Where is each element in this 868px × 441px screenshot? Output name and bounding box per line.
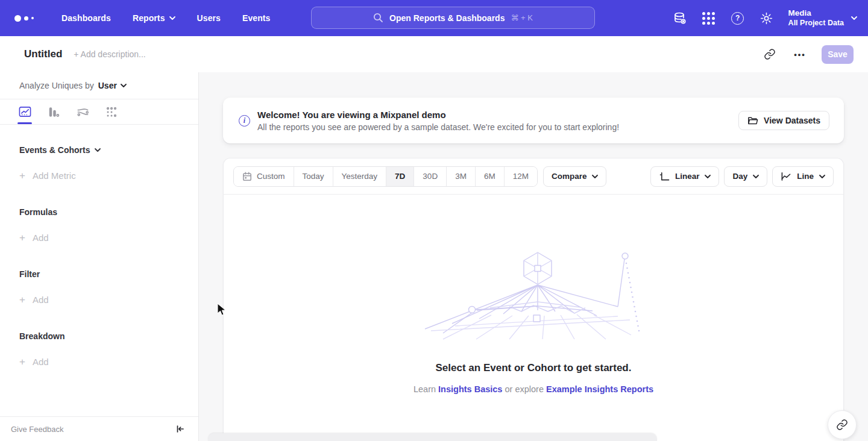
folder-icon <box>747 116 758 125</box>
tab-line-chart[interactable] <box>18 99 31 124</box>
chart-type-dropdown[interactable]: Line <box>772 166 834 187</box>
tab-bar-chart[interactable] <box>47 99 60 124</box>
lower-panel-edge <box>208 433 657 441</box>
view-datasets-button[interactable]: View Datasets <box>738 111 829 130</box>
save-button[interactable]: Save <box>822 45 854 64</box>
formulas-header: Formulas <box>19 207 179 217</box>
more-options-button[interactable]: ••• <box>791 46 808 63</box>
apps-grid-icon[interactable] <box>702 11 716 25</box>
range-yesterday[interactable]: Yesterday <box>333 167 387 186</box>
filter-header: Filter <box>19 269 179 279</box>
chevron-down-icon <box>851 16 857 20</box>
mixpanel-logo-dots-icon[interactable] <box>14 15 48 22</box>
report-header: Untitled + Add description... ••• Save <box>0 36 868 72</box>
banner-title: Welcome! You are viewing a Mixpanel demo <box>257 110 619 120</box>
report-description-placeholder[interactable]: + Add description... <box>74 49 145 59</box>
add-breakdown-button[interactable]: + Add <box>19 357 179 367</box>
empty-state-illustration <box>419 249 648 340</box>
nav-users[interactable]: Users <box>197 13 221 23</box>
add-filter-button[interactable]: + Add <box>19 295 179 305</box>
empty-state-title: Select an Event or Cohort to get started… <box>436 362 632 374</box>
metrics-dots-icon <box>105 106 118 118</box>
add-metric-button[interactable]: + Add Metric <box>19 170 179 181</box>
analyze-uniques-row: Analyze Uniques by User <box>0 72 198 99</box>
interval-dropdown[interactable]: Day <box>724 166 767 187</box>
project-data-scope: All Project Data <box>788 19 844 28</box>
copy-link-icon[interactable] <box>761 46 778 63</box>
tab-flow-chart[interactable] <box>76 99 89 124</box>
range-7d[interactable]: 7D <box>386 167 414 186</box>
query-builder-sidebar: Analyze Uniques by User Events & Cohorts <box>0 72 199 441</box>
range-3m[interactable]: 3M <box>447 167 476 186</box>
empty-state: Select an Event or Cohort to get started… <box>224 249 843 394</box>
analyze-label: Analyze Uniques by <box>19 81 94 90</box>
breakdown-header: Breakdown <box>19 331 179 341</box>
report-canvas: i Welcome! You are viewing a Mixpanel de… <box>199 72 868 441</box>
settings-gear-icon[interactable] <box>760 11 774 25</box>
chevron-down-icon <box>819 175 825 178</box>
range-6m[interactable]: 6M <box>476 167 505 186</box>
report-title[interactable]: Untitled <box>24 48 62 60</box>
demo-welcome-banner: i Welcome! You are viewing a Mixpanel de… <box>223 98 844 143</box>
chevron-down-icon <box>169 16 175 20</box>
empty-state-subtitle: Learn Insights Basics or explore Example… <box>414 384 653 394</box>
data-management-icon[interactable] <box>673 11 687 25</box>
tab-metrics-grid[interactable] <box>105 99 118 124</box>
add-formula-button[interactable]: + Add <box>19 233 179 243</box>
example-insights-reports-link[interactable]: Example Insights Reports <box>546 384 653 394</box>
chevron-down-icon <box>95 148 101 152</box>
chevron-down-icon <box>121 84 127 87</box>
search-icon <box>373 13 383 23</box>
line-chart-icon <box>19 106 31 118</box>
scale-dropdown[interactable]: Linear <box>650 166 720 187</box>
global-search-input[interactable]: Open Reports & Dashboards ⌘ + K <box>311 7 595 29</box>
search-placeholder: Open Reports & Dashboards <box>389 13 505 23</box>
banner-subtitle: All the reports you see are powered by a… <box>257 122 619 132</box>
share-link-fab[interactable] <box>828 410 857 439</box>
insights-chart-card: Custom Today Yesterday 7D 30D 3M 6M 12M … <box>223 158 844 441</box>
range-custom[interactable]: Custom <box>234 167 294 186</box>
chart-toolbar: Custom Today Yesterday 7D 30D 3M 6M 12M … <box>224 158 843 195</box>
sidebar-footer: Give Feedback <box>0 416 198 441</box>
search-shortcut: ⌘ + K <box>511 13 533 22</box>
nav-events[interactable]: Events <box>242 13 271 23</box>
range-today[interactable]: Today <box>294 167 333 186</box>
date-range-group: Custom Today Yesterday 7D 30D 3M 6M 12M <box>233 166 538 187</box>
main-nav: Dashboards Reports Users Events <box>61 13 270 23</box>
project-switcher[interactable]: Media All Project Data <box>788 8 857 28</box>
compare-dropdown[interactable]: Compare <box>543 166 607 187</box>
nav-reports[interactable]: Reports <box>133 13 175 23</box>
analyze-by-dropdown[interactable]: User <box>98 81 127 90</box>
events-cohorts-header[interactable]: Events & Cohorts <box>19 145 179 155</box>
collapse-sidebar-icon[interactable] <box>175 424 185 434</box>
line-type-icon <box>781 172 791 181</box>
visualization-tabs <box>0 99 198 125</box>
help-icon[interactable]: ? <box>731 11 745 25</box>
top-nav: Dashboards Reports Users Events Open Rep… <box>0 0 868 36</box>
bar-chart-icon <box>48 106 60 118</box>
linear-axis-icon <box>659 172 670 181</box>
report-actions: ••• Save <box>761 45 854 64</box>
nav-dashboards[interactable]: Dashboards <box>61 13 111 23</box>
give-feedback-link[interactable]: Give Feedback <box>11 425 63 434</box>
range-12m[interactable]: 12M <box>505 167 537 186</box>
info-icon: i <box>239 115 250 127</box>
chevron-down-icon <box>753 175 759 178</box>
calendar-icon <box>242 172 252 181</box>
range-30d[interactable]: 30D <box>414 167 447 186</box>
flow-sankey-icon <box>77 106 89 118</box>
insights-basics-link[interactable]: Insights Basics <box>438 384 502 394</box>
link-icon <box>836 419 848 431</box>
chevron-down-icon <box>592 175 598 178</box>
project-name: Media <box>788 8 844 19</box>
chevron-down-icon <box>705 175 711 178</box>
nav-right-cluster: ? Media All Project Data <box>673 0 857 36</box>
query-sections: Events & Cohorts + Add Metric Formulas +… <box>0 145 198 367</box>
